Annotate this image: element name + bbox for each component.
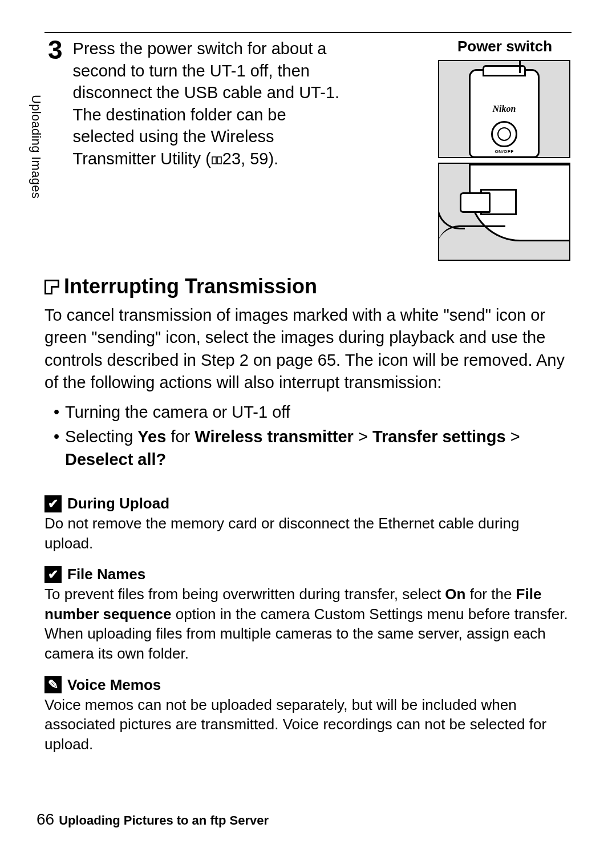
note-title: Voice Memos: [67, 676, 161, 694]
n2-mid: for the: [465, 585, 516, 603]
note-file-names: File Names To prevent files from being o…: [44, 566, 572, 663]
page-footer: 66 Uploading Pictures to an ftp Server: [37, 810, 269, 829]
b2-for: for: [166, 427, 194, 446]
step-refs: 23, 59: [222, 150, 269, 168]
bullet-item-2: Selecting Yes for Wireless transmitter >…: [54, 426, 572, 471]
figure-power-switch: Nikon ON/OFF: [438, 60, 570, 158]
b2-gt2: >: [506, 427, 520, 446]
check-badge-icon: [44, 495, 62, 512]
section-bullet-icon: [44, 280, 59, 294]
b2-gt1: >: [354, 427, 372, 446]
note-title: File Names: [67, 566, 145, 583]
n2-pre: To prevent files from being overwritten …: [44, 585, 445, 603]
step-text-before: Press the power switch for about a secon…: [73, 39, 339, 168]
step-text: Press the power switch for about a secon…: [73, 38, 341, 169]
note-title: During Upload: [67, 495, 169, 512]
note-body: Voice memos can not be uploaded separate…: [44, 695, 572, 754]
b2-path1: Wireless transmitter: [194, 427, 354, 446]
b2-yes: Yes: [137, 427, 166, 446]
power-button-illustration: [491, 121, 517, 147]
figure-usb-disconnect: [438, 163, 570, 261]
step-3: 3 Press the power switch for about a sec…: [48, 38, 572, 261]
figure-column: Power switch Nikon ON/OFF: [438, 38, 572, 261]
antenna: [519, 60, 521, 73]
usb-cable-illustration-2: [438, 225, 505, 248]
note-head: File Names: [44, 566, 572, 583]
book-icon: [211, 156, 222, 165]
note-head: Voice Memos: [44, 676, 572, 694]
note-during-upload: During Upload Do not remove the memory c…: [44, 495, 572, 553]
top-rule: [44, 32, 572, 33]
section-heading: Interrupting Transmission: [44, 274, 572, 298]
footer-title: Uploading Pictures to an ftp Server: [59, 813, 269, 828]
onoff-label: ON/OFF: [495, 149, 513, 154]
note-voice-memos: Voice Memos Voice memos can not be uploa…: [44, 676, 572, 754]
page-number: 66: [37, 810, 54, 829]
note-head: During Upload: [44, 495, 572, 512]
usb-cable-illustration: [438, 198, 465, 229]
section-body: To cancel transmission of images marked …: [44, 304, 572, 394]
figure-caption: Power switch: [438, 38, 572, 55]
brand-label: Nikon: [493, 104, 516, 114]
check-badge-icon: [44, 566, 62, 583]
bullet-item-1: Turning the camera or UT-1 off: [54, 401, 572, 423]
note-body: To prevent files from being overwritten …: [44, 584, 572, 663]
n2-on: On: [445, 585, 465, 603]
page: Uploading Images 3 Press the power switc…: [0, 0, 616, 848]
bullet-list: Turning the camera or UT-1 off Selecting…: [44, 401, 572, 471]
section-title: Interrupting Transmission: [64, 274, 317, 298]
b2-path3: Deselect all?: [65, 450, 166, 469]
b2-path2: Transfer settings: [372, 427, 506, 446]
note-body: Do not remove the memory card or disconn…: [44, 514, 572, 553]
side-tab-label: Uploading Images: [29, 95, 43, 199]
ut1-device-illustration: Nikon ON/OFF: [469, 69, 540, 158]
pencil-badge-icon: [44, 676, 62, 693]
step-number: 3: [48, 37, 63, 63]
b2-pre: Selecting: [65, 427, 137, 446]
step-text-after: ).: [268, 150, 278, 168]
